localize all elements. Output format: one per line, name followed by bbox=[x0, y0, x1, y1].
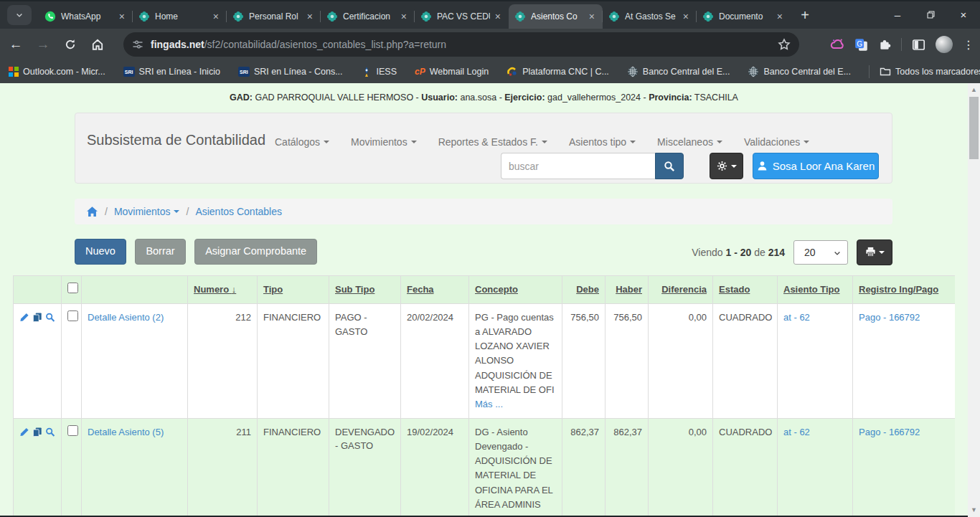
search-input[interactable] bbox=[501, 153, 655, 179]
row-checkbox[interactable] bbox=[67, 425, 78, 436]
copy-icon[interactable] bbox=[32, 312, 42, 323]
browser-tab-whatsapp[interactable]: WhatsApp × bbox=[39, 4, 133, 29]
page-size-select[interactable]: 20 bbox=[793, 240, 848, 265]
microsoft-icon bbox=[9, 67, 19, 77]
tab-close-icon[interactable]: × bbox=[775, 11, 785, 22]
new-tab-button[interactable]: + bbox=[795, 5, 815, 25]
sort-registro-link[interactable]: Registro Ing/Pago bbox=[859, 284, 938, 295]
side-panel-icon[interactable] bbox=[912, 38, 925, 52]
registro-cell: Pago - 166792 bbox=[853, 418, 956, 517]
sort-sub-tipo-link[interactable]: Sub Tipo bbox=[335, 284, 374, 295]
tab-close-icon[interactable]: × bbox=[211, 11, 221, 22]
sort-diferencia-link[interactable]: Diferencia bbox=[661, 284, 707, 295]
menu-catalogos[interactable]: Catálogos bbox=[275, 136, 329, 148]
sort-concepto-link[interactable]: Concepto bbox=[475, 284, 518, 295]
all-bookmarks-button[interactable]: Todos los marcadores bbox=[880, 66, 980, 77]
close-window-button[interactable]: × bbox=[947, 0, 980, 29]
row-checkbox[interactable] bbox=[67, 310, 78, 321]
registro-pago-link[interactable]: Pago - 166792 bbox=[859, 427, 920, 437]
user-menu-button[interactable]: Sosa Loor Ana Karen bbox=[753, 153, 879, 179]
bookmark-sri-consultas[interactable]: SRI SRI en Línea - Cons... bbox=[238, 67, 343, 77]
tab-close-icon[interactable]: × bbox=[681, 11, 691, 22]
forward-button[interactable]: → bbox=[32, 33, 55, 56]
tab-close-icon[interactable]: × bbox=[493, 11, 503, 22]
settings-button[interactable] bbox=[710, 153, 743, 179]
scrollbar-thumb[interactable] bbox=[969, 97, 979, 159]
edit-icon[interactable] bbox=[19, 312, 29, 323]
browser-tab-documento[interactable]: Documento × bbox=[697, 4, 791, 29]
tab-label: Personal Rol bbox=[249, 11, 302, 22]
browser-tab-asientos-contables-active[interactable]: Asientos Co × bbox=[509, 4, 603, 29]
bookmark-iess[interactable]: IESS bbox=[361, 66, 397, 77]
bookmark-outlook[interactable]: Outlook.com - Micr... bbox=[9, 67, 105, 77]
bookmark-banco-central-1[interactable]: Banco Central del E... bbox=[627, 66, 730, 77]
copy-icon[interactable] bbox=[32, 427, 42, 437]
tab-close-icon[interactable]: × bbox=[399, 11, 409, 22]
select-all-checkbox[interactable] bbox=[67, 283, 78, 293]
detalle-asiento-link[interactable]: Detalle Asiento (5) bbox=[88, 427, 164, 437]
tab-search-button[interactable] bbox=[7, 5, 32, 25]
table-row: Detalle Asiento (2) 212 FINANCIERO PAGO … bbox=[14, 304, 956, 419]
breadcrumb-movimientos[interactable]: Movimientos bbox=[114, 206, 180, 217]
browser-home-button[interactable] bbox=[86, 33, 109, 56]
sort-debe-link[interactable]: Debe bbox=[576, 284, 599, 295]
sort-fecha-link[interactable]: Fecha bbox=[407, 284, 434, 295]
menu-movimientos[interactable]: Movimientos bbox=[351, 136, 417, 148]
translate-icon[interactable] bbox=[854, 38, 868, 52]
edit-icon[interactable] bbox=[19, 427, 29, 437]
menu-validaciones[interactable]: Validaciones bbox=[744, 136, 809, 148]
view-magnifier-icon[interactable] bbox=[45, 312, 55, 323]
bookmark-plataforma-cnc[interactable]: Plataforma CNC | C... bbox=[507, 66, 609, 77]
bookmark-sri-inicio[interactable]: SRI SRI en Línea - Inicio bbox=[123, 67, 220, 77]
browser-tab-at-gastos[interactable]: At Gastos Se × bbox=[603, 4, 697, 29]
borrar-button[interactable]: Borrar bbox=[135, 239, 185, 265]
breadcrumb-asientos-contables[interactable]: Asientos Contables bbox=[195, 206, 282, 217]
asiento-tipo-link[interactable]: at - 62 bbox=[783, 427, 810, 437]
gear-icon bbox=[717, 161, 727, 171]
print-button[interactable] bbox=[857, 239, 892, 265]
browser-tab-home[interactable]: Home × bbox=[133, 4, 227, 29]
bookmark-banco-central-2[interactable]: Banco Central del E... bbox=[748, 66, 851, 77]
sort-estado-link[interactable]: Estado bbox=[719, 284, 750, 295]
bookmark-webmail[interactable]: cP Webmail Login bbox=[415, 67, 489, 77]
caret-down-icon bbox=[542, 141, 547, 143]
asignar-comprobante-button[interactable]: Asignar Comprobante bbox=[194, 239, 317, 265]
sort-numero-link[interactable]: Numero ↓ bbox=[194, 284, 236, 295]
view-magnifier-icon[interactable] bbox=[45, 427, 55, 437]
browser-tab-certificacion[interactable]: Certificacion × bbox=[321, 4, 415, 29]
scroll-up-icon[interactable]: ▲ bbox=[971, 87, 977, 93]
sort-haber-link[interactable]: Haber bbox=[616, 284, 642, 295]
menu-miscelaneos[interactable]: Miscelaneos bbox=[657, 136, 722, 148]
nuevo-button[interactable]: Nuevo bbox=[75, 239, 126, 265]
browser-menu-icon[interactable]: ⋮ bbox=[963, 38, 974, 52]
scroll-down-icon[interactable]: ▼ bbox=[971, 507, 977, 513]
back-button[interactable]: ← bbox=[4, 33, 27, 56]
cloud-extension-icon[interactable] bbox=[830, 37, 844, 52]
tab-close-icon[interactable]: × bbox=[117, 11, 127, 22]
sort-tipo-link[interactable]: Tipo bbox=[263, 284, 283, 295]
breadcrumb-home-link[interactable] bbox=[86, 206, 98, 218]
tab-close-icon[interactable]: × bbox=[305, 11, 315, 22]
browser-tab-personal-rol[interactable]: Personal Rol × bbox=[227, 4, 321, 29]
refresh-button[interactable] bbox=[59, 33, 82, 56]
maximize-restore-button[interactable] bbox=[914, 0, 947, 29]
menu-asientos-tipo[interactable]: Asientos tipo bbox=[569, 136, 636, 148]
user-name: Sosa Loor Ana Karen bbox=[773, 160, 875, 172]
profile-avatar[interactable] bbox=[936, 36, 953, 53]
address-bar[interactable]: fingads.net/sf2/contabilidad/asientos_co… bbox=[123, 32, 799, 57]
app-title: Subsistema de Contabilidad bbox=[87, 132, 265, 148]
site-settings-icon[interactable] bbox=[132, 39, 143, 50]
bookmark-star-icon[interactable] bbox=[778, 38, 791, 52]
menu-reportes[interactable]: Reportes & Estados F. bbox=[438, 136, 547, 148]
search-button[interactable] bbox=[655, 153, 684, 179]
vertical-scrollbar[interactable]: ▲ ▼ bbox=[968, 83, 980, 517]
minimize-button[interactable]: – bbox=[881, 0, 914, 29]
tab-close-icon[interactable]: × bbox=[587, 11, 597, 22]
asiento-tipo-link[interactable]: at - 62 bbox=[783, 312, 810, 323]
extensions-puzzle-icon[interactable] bbox=[878, 38, 891, 51]
mas-link[interactable]: Más ... bbox=[475, 399, 503, 409]
sort-asiento-tipo-link[interactable]: Asiento Tipo bbox=[783, 284, 839, 295]
detalle-asiento-link[interactable]: Detalle Asiento (2) bbox=[88, 312, 164, 323]
browser-tab-pac-vs-cedu[interactable]: PAC VS CEDU × bbox=[415, 4, 509, 29]
registro-pago-link[interactable]: Pago - 166792 bbox=[859, 312, 920, 323]
